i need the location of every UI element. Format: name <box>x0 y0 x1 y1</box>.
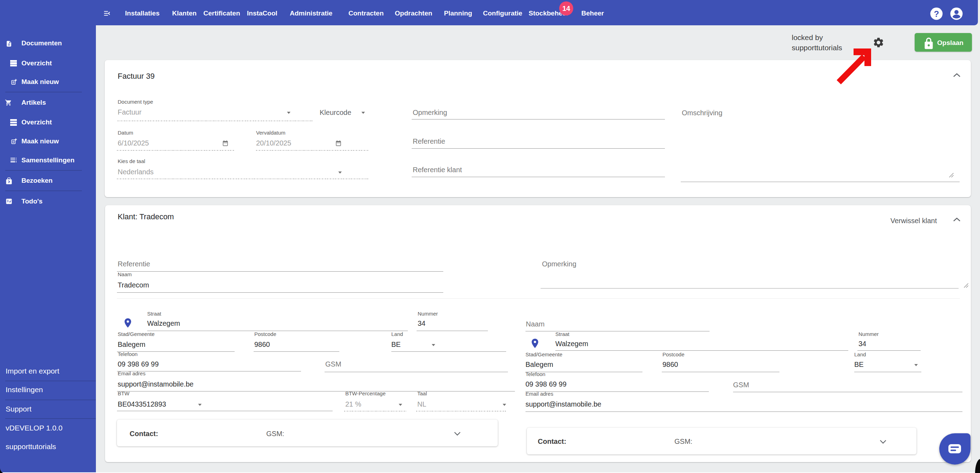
svg-text:?: ? <box>934 9 939 19</box>
